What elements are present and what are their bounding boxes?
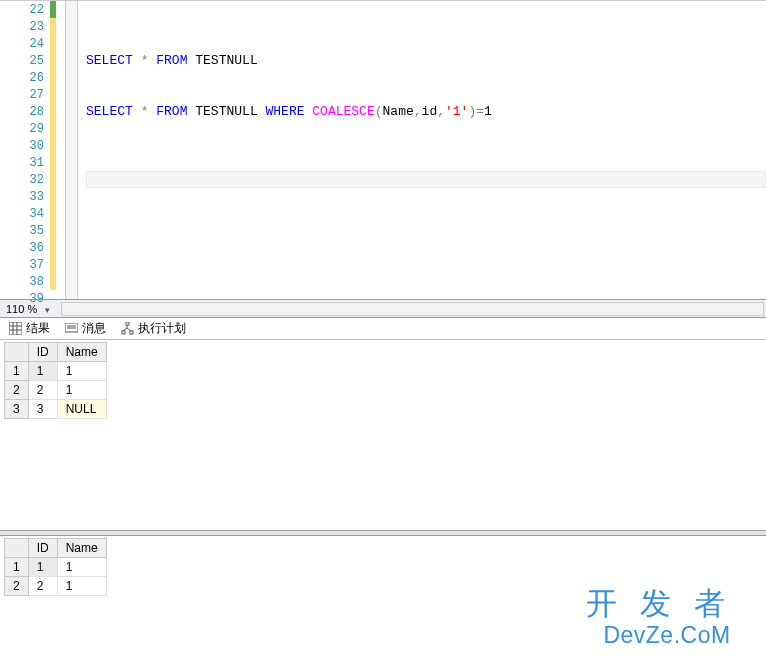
column-header[interactable]: Name	[57, 343, 106, 362]
line-number: 25	[0, 54, 50, 68]
code-line[interactable]	[86, 69, 766, 86]
cell[interactable]: 2	[28, 381, 57, 400]
code-line[interactable]	[86, 171, 766, 188]
line-number: 32	[0, 173, 50, 187]
code-area[interactable]: SELECT * FROM TESTNULLSELECT * FROM TEST…	[78, 1, 766, 299]
line-number-row: 30	[0, 137, 65, 154]
horizontal-scrollbar[interactable]	[61, 302, 764, 316]
results-pane-1: IDName11122133NULL	[0, 340, 766, 530]
cell[interactable]: 1	[28, 362, 57, 381]
code-line[interactable]	[86, 205, 766, 222]
cell[interactable]: 1	[57, 577, 106, 596]
line-number: 22	[0, 3, 50, 17]
grid-corner[interactable]	[5, 343, 29, 362]
tab-execution-plan[interactable]: 执行计划	[116, 318, 196, 339]
row-header[interactable]: 2	[5, 381, 29, 400]
code-line[interactable]	[86, 188, 766, 205]
cell[interactable]: NULL	[57, 400, 106, 419]
code-line[interactable]	[86, 18, 766, 35]
cell[interactable]: 2	[28, 577, 57, 596]
line-number: 29	[0, 122, 50, 136]
code-line[interactable]	[86, 35, 766, 52]
line-number-row: 39	[0, 290, 65, 307]
column-header[interactable]: ID	[28, 539, 57, 558]
line-number-row: 36	[0, 239, 65, 256]
results-tab-bar: 结果 消息 执行计划	[0, 318, 766, 340]
svg-rect-10	[130, 331, 133, 334]
result-grid-2[interactable]: IDName111221	[4, 538, 107, 596]
results-pane-2: IDName111221	[0, 536, 766, 642]
line-number: 37	[0, 258, 50, 272]
row-header[interactable]: 1	[5, 362, 29, 381]
line-number-row: 28	[0, 103, 65, 120]
change-marker	[50, 239, 56, 256]
grid-icon	[8, 322, 22, 336]
change-marker	[50, 222, 56, 239]
change-marker	[50, 52, 56, 69]
line-number: 30	[0, 139, 50, 153]
line-number: 23	[0, 20, 50, 34]
column-header[interactable]: Name	[57, 539, 106, 558]
tab-messages[interactable]: 消息	[60, 318, 116, 339]
result-grid-1[interactable]: IDName11122133NULL	[4, 342, 107, 419]
change-marker	[50, 205, 56, 222]
code-line[interactable]	[86, 273, 766, 290]
code-line[interactable]	[86, 154, 766, 171]
line-number-row: 38	[0, 273, 65, 290]
code-line[interactable]	[86, 86, 766, 103]
line-number-row: 26	[0, 69, 65, 86]
change-marker	[50, 137, 56, 154]
row-header[interactable]: 1	[5, 558, 29, 577]
change-marker	[50, 18, 56, 35]
code-line[interactable]	[86, 239, 766, 256]
grid-corner[interactable]	[5, 539, 29, 558]
table-row[interactable]: 221	[5, 381, 107, 400]
code-line[interactable]	[86, 137, 766, 154]
tab-plan-label: 执行计划	[138, 320, 186, 337]
cell[interactable]: 1	[57, 362, 106, 381]
code-line[interactable]	[86, 1, 766, 18]
line-number: 36	[0, 241, 50, 255]
change-marker	[50, 188, 56, 205]
zoom-bar: 110 % ▼	[0, 300, 766, 318]
line-number: 39	[0, 292, 50, 306]
line-number: 31	[0, 156, 50, 170]
table-row[interactable]: 111	[5, 362, 107, 381]
code-line[interactable]	[86, 256, 766, 273]
row-header[interactable]: 3	[5, 400, 29, 419]
line-number-row: 35	[0, 222, 65, 239]
line-number-row: 29	[0, 120, 65, 137]
change-marker	[50, 1, 56, 18]
table-row[interactable]: 111	[5, 558, 107, 577]
table-row[interactable]: 33NULL	[5, 400, 107, 419]
svg-rect-8	[126, 322, 129, 325]
line-number: 38	[0, 275, 50, 289]
line-number-row: 24	[0, 35, 65, 52]
cell[interactable]: 1	[57, 558, 106, 577]
change-marker	[50, 273, 56, 290]
column-header[interactable]: ID	[28, 343, 57, 362]
line-number: 24	[0, 37, 50, 51]
row-header[interactable]: 2	[5, 577, 29, 596]
line-number-row: 25	[0, 52, 65, 69]
sql-editor[interactable]: 222324252627282930313233343536373839 SEL…	[0, 0, 766, 300]
code-line[interactable]: SELECT * FROM TESTNULL	[86, 52, 766, 69]
line-number-row: 27	[0, 86, 65, 103]
line-number-row: 22	[0, 1, 65, 18]
cell[interactable]: 1	[28, 558, 57, 577]
line-gutter: 222324252627282930313233343536373839	[0, 1, 66, 299]
change-marker	[50, 86, 56, 103]
cell[interactable]: 3	[28, 400, 57, 419]
line-number-row: 23	[0, 18, 65, 35]
code-line[interactable]	[86, 120, 766, 137]
cell[interactable]: 1	[57, 381, 106, 400]
svg-line-13	[127, 328, 131, 331]
tab-results[interactable]: 结果	[4, 318, 60, 339]
outline-bar	[66, 1, 78, 299]
code-line[interactable]	[86, 222, 766, 239]
code-line[interactable]: SELECT * FROM TESTNULL WHERE COALESCE(Na…	[86, 103, 766, 120]
tab-messages-label: 消息	[82, 320, 106, 337]
plan-icon	[120, 322, 134, 336]
table-row[interactable]: 221	[5, 577, 107, 596]
line-number-row: 32	[0, 171, 65, 188]
